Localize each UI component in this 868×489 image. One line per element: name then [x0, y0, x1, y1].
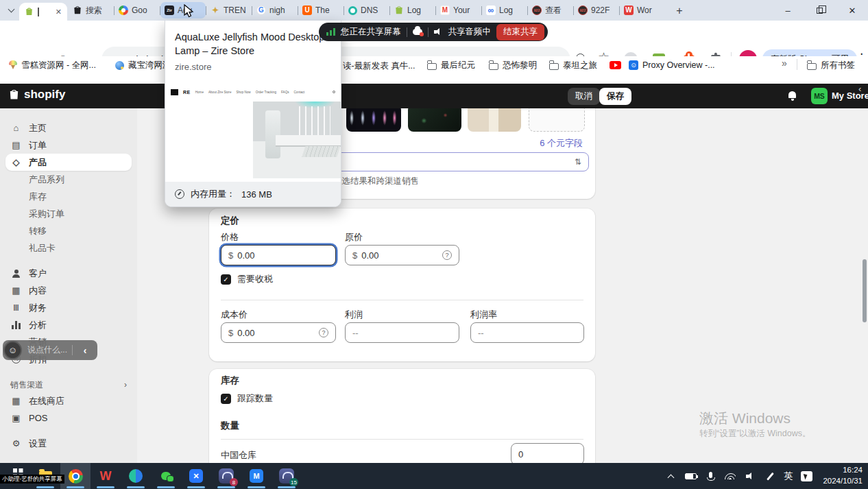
margin-input[interactable]: --	[470, 322, 584, 343]
sidebar-item-inventory[interactable]: 库存	[5, 188, 132, 205]
window-close-button[interactable]: ✕	[838, 0, 867, 21]
bookmark-label-fragment[interactable]: 读-最新发表 真牛...	[343, 60, 415, 72]
bookmark-icecream-site[interactable]: 雪糕资源网 - 全网...	[5, 58, 99, 73]
microphone-icon[interactable]	[704, 470, 716, 482]
sidebar-item-transfers[interactable]: 转移	[5, 222, 132, 239]
quantity-value: 0	[518, 449, 523, 460]
sidebar-item-content[interactable]: ▦内容	[5, 282, 132, 299]
tab-922-view[interactable]: 922查看	[528, 2, 573, 19]
tab-922[interactable]: 922922F	[574, 2, 619, 19]
home-icon: ⌂	[10, 123, 22, 132]
profit-input[interactable]: --	[345, 322, 459, 343]
save-button[interactable]: 保存	[599, 88, 631, 105]
tab-trendsi[interactable]: ✦TREN	[206, 2, 252, 19]
tab-dns[interactable]: DNS	[344, 2, 389, 19]
screenshare-assistant-widget[interactable]: ☺ 说点什么... ‹	[3, 340, 97, 360]
bookmark-folder-grim-dawn[interactable]: 恐怖黎明	[485, 58, 540, 73]
touch-keyboard-icon[interactable]	[800, 470, 812, 482]
taskbar-wps[interactable]: W	[91, 463, 121, 489]
page-scrollbar-thumb[interactable]	[863, 259, 867, 322]
tab-word[interactable]: WWor	[620, 2, 665, 19]
product-thumbnail-1[interactable]	[346, 104, 401, 132]
sidebar-item-customers[interactable]: 客户	[5, 265, 132, 282]
window-restore-button[interactable]	[805, 0, 834, 21]
sidebar-item-purchase-orders[interactable]: 采购订单	[5, 205, 132, 222]
sidebar-item-collections[interactable]: 产品系列	[5, 171, 132, 188]
sidebar-item-online-store[interactable]: ▦在线商店	[5, 392, 132, 409]
orders-icon: ▤	[10, 141, 22, 150]
assistant-collapse-icon[interactable]: ‹	[84, 345, 87, 356]
assistant-avatar-icon[interactable]: ☺	[3, 341, 22, 359]
tab-gmail[interactable]: MYour	[436, 2, 481, 19]
charge-tax-checkbox-row[interactable]: ✓需要收税	[221, 273, 273, 285]
taskbar-app-badge-8[interactable]: 8	[211, 463, 241, 489]
tab-aqualuxe-hovered[interactable]: ZirAqu	[160, 2, 206, 19]
sidebar-item-products[interactable]: ◇产品	[5, 154, 132, 171]
tab-logo[interactable]: ∞Log	[482, 2, 527, 19]
bookmark-folder-titan-quest[interactable]: 泰坦之旅	[546, 58, 601, 73]
checkbox-checked[interactable]: ✓	[221, 394, 231, 404]
price-input[interactable]: $0.00	[221, 245, 336, 265]
pen-icon[interactable]	[764, 470, 776, 482]
shopify-wordmark: shopify	[24, 88, 65, 102]
sidebar-item-finance[interactable]: Ⅲ财务	[5, 299, 132, 316]
wifi-icon[interactable]	[724, 470, 736, 482]
sidebar-item-pos[interactable]: ▣POS	[5, 409, 132, 427]
sidebar-item-orders[interactable]: ▤订单	[5, 136, 132, 154]
ime-indicator[interactable]: 英	[784, 470, 793, 482]
taskbar-wechat[interactable]	[151, 463, 181, 489]
sidebar-item-analytics[interactable]: 分析	[5, 316, 132, 333]
cancel-button[interactable]: 取消	[568, 88, 600, 105]
sidebar-item-home[interactable]: ⌂主页	[5, 119, 132, 136]
store-name[interactable]: My Store	[832, 91, 868, 101]
help-icon[interactable]: ?	[319, 328, 328, 337]
help-icon[interactable]: ?	[442, 250, 452, 260]
tab-the[interactable]: UThe	[298, 2, 343, 19]
volume-icon[interactable]	[744, 470, 756, 482]
bookmark-youtube[interactable]	[606, 58, 625, 73]
quantity-input[interactable]: 0	[511, 443, 584, 465]
metafields-link[interactable]: 6 个元字段	[540, 137, 583, 150]
sharing-screen-text: 您正在共享屏幕	[341, 26, 401, 38]
taskbar-docs-app[interactable]	[121, 463, 151, 489]
tab-login-shopify[interactable]: Log	[390, 2, 435, 19]
checkbox-checked[interactable]: ✓	[221, 274, 231, 285]
taskbar-chrome[interactable]	[60, 463, 91, 489]
stop-sharing-button[interactable]: 结束共享	[496, 24, 544, 40]
tab-close-icon[interactable]: ✕	[56, 8, 62, 16]
product-thumbnail-3[interactable]	[468, 104, 521, 132]
taskbar-clock[interactable]: 16:24 2024/10/31	[823, 465, 863, 486]
sidebar-item-gift-cards[interactable]: 礼品卡	[5, 239, 132, 257]
new-tab-button[interactable]: +	[671, 3, 688, 19]
taskbar-meeting-app[interactable]: M	[241, 463, 272, 489]
bookmarks-overflow-icon[interactable]: »	[782, 58, 787, 69]
folder-icon	[427, 63, 437, 70]
sidebar-item-settings[interactable]: ⚙设置	[5, 435, 132, 452]
tab-search-shopify[interactable]: 搜索	[69, 2, 114, 19]
tab-search-button[interactable]	[4, 4, 18, 16]
taskbar-blue-x-app[interactable]: ✕	[181, 463, 211, 489]
compare-price-input[interactable]: $0.00?	[345, 245, 459, 265]
notifications-bell-icon[interactable]	[787, 91, 797, 101]
taskbar-app-badge-15[interactable]: 15	[272, 463, 302, 489]
bookmark-proxy-overview[interactable]: ⊙Proxy Overview -...	[625, 58, 719, 73]
store-avatar[interactable]: MS	[811, 88, 828, 104]
bookmark-all-bookmarks[interactable]: 所有书签	[804, 58, 858, 73]
tray-expand-icon[interactable]	[664, 470, 677, 482]
assistant-input-placeholder[interactable]: 说点什么...	[27, 344, 67, 356]
track-quantity-checkbox-row[interactable]: ✓跟踪数量	[221, 392, 273, 405]
bookmark-folder-last-epoch[interactable]: 最后纪元	[424, 58, 479, 73]
window-minimize-button[interactable]: –	[773, 0, 802, 21]
running-indicator	[217, 486, 235, 488]
location-label: 中国仓库	[221, 449, 256, 462]
product-thumbnail-2[interactable]	[408, 104, 461, 132]
active-tab-shopify[interactable]: ✕	[19, 3, 67, 21]
sales-channels-header[interactable]: 销售渠道›	[5, 377, 132, 392]
tab-night[interactable]: Gnigh	[252, 2, 298, 19]
restore-icon	[817, 8, 823, 14]
tab-google[interactable]: Goo	[114, 2, 160, 19]
cost-input[interactable]: $0.00?	[221, 322, 336, 343]
add-media-dropzone[interactable]	[529, 104, 585, 132]
battery-icon[interactable]	[684, 470, 697, 482]
header-collapse-chevron-icon[interactable]: ‹	[858, 84, 861, 94]
